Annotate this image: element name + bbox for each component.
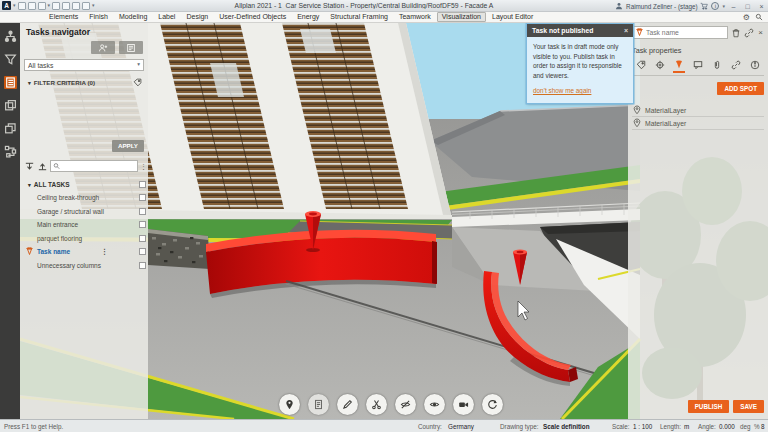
settings-gear-icon[interactable]: ⚙	[743, 13, 750, 22]
visibility-button[interactable]	[424, 394, 445, 415]
country-value[interactable]: Germany	[448, 423, 474, 430]
publish-button[interactable]: PUBLISH	[688, 400, 730, 413]
expand-all-icon[interactable]	[24, 161, 35, 172]
percent-value[interactable]: 8	[761, 423, 765, 430]
caret-down-icon[interactable]: ▾	[48, 3, 51, 8]
scale-label: Scale:	[612, 423, 630, 430]
task-row-selected[interactable]: Task name ⋮	[20, 245, 148, 259]
menu-elements[interactable]: Elements	[44, 12, 83, 22]
print-icon[interactable]	[38, 2, 46, 10]
caret-down-icon[interactable]: ▾	[722, 4, 725, 9]
more-options-icon[interactable]: ⋮	[101, 248, 108, 255]
add-task-button[interactable]	[91, 41, 115, 54]
checkbox[interactable]	[139, 235, 146, 242]
menu-modeling[interactable]: Modeling	[114, 12, 152, 22]
tab-tags[interactable]	[635, 60, 647, 73]
angle-value[interactable]: 0.000	[719, 423, 735, 430]
checkbox[interactable]	[139, 181, 146, 188]
copy-icon[interactable]	[72, 2, 80, 10]
copy-drawing-icon[interactable]	[4, 99, 17, 112]
save-button[interactable]: SAVE	[733, 400, 764, 413]
task-name-input[interactable]	[646, 29, 725, 36]
task-search-field[interactable]	[50, 160, 138, 172]
tag-icon[interactable]	[133, 78, 142, 87]
hierarchy-icon[interactable]	[4, 30, 17, 43]
filter-icon[interactable]	[4, 53, 17, 66]
search-icon[interactable]	[755, 13, 763, 21]
task-row[interactable]: Unnecessary columns	[20, 259, 148, 273]
tools-icon[interactable]	[82, 2, 90, 10]
tab-spots[interactable]	[673, 60, 685, 73]
viewport-toolbar	[279, 394, 503, 415]
save-icon[interactable]	[28, 2, 36, 10]
menu-structural-framing[interactable]: Structural Framing	[325, 12, 393, 22]
menu-design[interactable]: Design	[181, 12, 213, 22]
task-label: Ceiling break-through	[37, 194, 99, 201]
duplicate-icon[interactable]	[4, 122, 17, 135]
checkbox[interactable]	[139, 194, 146, 201]
close-icon[interactable]: ×	[624, 27, 628, 34]
drawing-type-value[interactable]: Scale definition	[543, 423, 590, 430]
location-spot-button[interactable]	[279, 394, 300, 415]
undo-icon[interactable]	[52, 2, 60, 10]
maximize-button[interactable]: □	[742, 1, 753, 11]
search-input[interactable]	[62, 163, 135, 170]
filter-criteria-header[interactable]: ▾ FILTER CRITERIA (0)	[20, 71, 148, 87]
tab-info[interactable]	[749, 60, 761, 73]
cart-icon[interactable]	[700, 2, 708, 10]
tab-links[interactable]	[730, 60, 742, 73]
task-group-header[interactable]: ▾ ALL TASKS	[20, 178, 148, 191]
menu-layout-editor[interactable]: Layout Editor	[487, 12, 538, 22]
apply-button[interactable]: APPLY	[112, 140, 144, 152]
minimize-button[interactable]: –	[728, 1, 739, 11]
task-name-field[interactable]	[632, 26, 728, 39]
user-label[interactable]: Raimund Zellner - (stage)	[626, 3, 697, 10]
menu-user-defined-objects[interactable]: User-Defined Objects	[214, 12, 291, 22]
network-icon[interactable]	[4, 145, 17, 158]
add-spot-button[interactable]: ADD SPOT	[717, 82, 764, 95]
spot-list-item[interactable]: MaterialLayer	[632, 117, 764, 130]
task-row[interactable]: parquet flooring	[20, 232, 148, 246]
menu-teamwork[interactable]: Teamwork	[394, 12, 436, 22]
redo-icon[interactable]	[62, 2, 70, 10]
menu-finish[interactable]: Finish	[84, 12, 113, 22]
task-filter-dropdown[interactable]: All tasks ▾	[24, 59, 144, 71]
scale-value[interactable]: 1 : 100	[633, 423, 652, 430]
checkbox[interactable]	[139, 208, 146, 215]
task-row[interactable]: Garage / structural wall	[20, 205, 148, 219]
menu-visualization[interactable]: Visualization	[437, 12, 486, 22]
scissors-button[interactable]	[366, 394, 387, 415]
pencil-button[interactable]	[337, 394, 358, 415]
menu-energy[interactable]: Energy	[292, 12, 324, 22]
more-options-icon[interactable]: ⋮	[140, 163, 147, 170]
close-button[interactable]: ×	[756, 1, 767, 11]
tab-comments[interactable]	[692, 60, 704, 73]
checkbox[interactable]	[139, 221, 146, 228]
link-icon[interactable]	[744, 28, 754, 38]
report-button[interactable]	[308, 394, 329, 415]
caret-down-icon[interactable]: ▾	[92, 3, 95, 8]
pin-icon	[632, 105, 642, 115]
checkbox[interactable]	[139, 248, 146, 255]
dont-show-again-link[interactable]: don't show me again	[533, 86, 627, 96]
task-board-button[interactable]	[119, 41, 143, 54]
close-icon[interactable]: ×	[757, 28, 764, 37]
angle-unit[interactable]: deg	[740, 423, 751, 430]
camera-button[interactable]	[453, 394, 474, 415]
task-row[interactable]: Main entrance	[20, 218, 148, 232]
trash-icon[interactable]	[731, 28, 741, 38]
task-row[interactable]: Ceiling break-through	[20, 191, 148, 205]
refresh-button[interactable]	[482, 394, 503, 415]
help-icon[interactable]: i	[711, 2, 719, 10]
tab-settings[interactable]	[654, 60, 666, 73]
tab-attachments[interactable]	[711, 60, 723, 73]
menu-label[interactable]: Label	[153, 12, 180, 22]
caret-down-icon[interactable]: ▾	[13, 3, 16, 8]
spot-list-item[interactable]: MaterialLayer	[632, 104, 764, 117]
hide-button[interactable]	[395, 394, 416, 415]
checkbox[interactable]	[139, 262, 146, 269]
collapse-all-icon[interactable]	[37, 161, 48, 172]
length-unit[interactable]: m	[684, 423, 689, 430]
open-icon[interactable]	[18, 2, 26, 10]
tasks-navigator-icon[interactable]	[4, 76, 17, 89]
